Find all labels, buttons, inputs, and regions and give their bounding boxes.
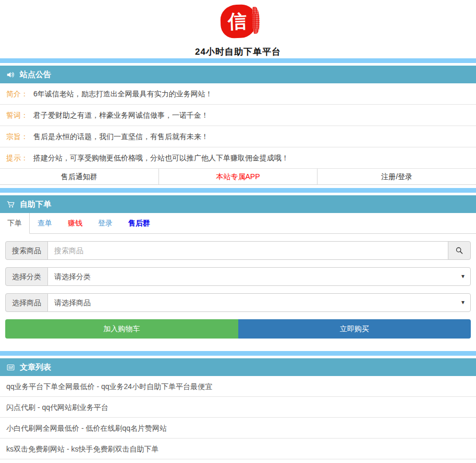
notice-label: 宗旨： bbox=[6, 132, 28, 141]
article-item[interactable]: qq业务平台下单全网最低价 - qq业务24小时自助下单平台最便宜 bbox=[0, 376, 476, 397]
divider-strip bbox=[0, 58, 476, 63]
order-form: 搜索商品 选择分类 请选择分类 ▼ 选择商品 请选择商品 ▼ bbox=[0, 234, 476, 351]
search-group: 搜索商品 bbox=[5, 241, 471, 260]
chevron-down-icon: ▼ bbox=[460, 268, 466, 285]
register-login-link[interactable]: 注册/登录 bbox=[317, 169, 476, 184]
site-app-link[interactable]: 本站专属APP bbox=[158, 169, 318, 184]
order-actions: 加入购物车 立即购买 bbox=[5, 319, 471, 339]
notice-row: 提示： 搭建分站，可享受购物更低价格哦，分站也可以推广他人下单赚取佣金提成哦！ bbox=[0, 147, 476, 169]
order-heading: 自助下单 bbox=[0, 195, 476, 213]
announcement-panel: 站点公告 简介： 6年诚信老站，励志打造出全网最具有实力的业务网站！ 誓词： 君… bbox=[0, 58, 476, 185]
order-tabs: 下单 查单 赚钱 登录 售后群 bbox=[0, 213, 476, 234]
order-heading-label: 自助下单 bbox=[20, 199, 51, 209]
article-panel: 文章列表 qq业务平台下单全网最低价 - qq业务24小时自助下单平台最便宜 闪… bbox=[0, 351, 476, 459]
speaker-icon bbox=[6, 70, 15, 79]
site-title: 24小时自助下单平台 bbox=[0, 46, 476, 58]
product-label: 选择商品 bbox=[5, 293, 48, 312]
category-group: 选择分类 请选择分类 ▼ bbox=[5, 267, 471, 286]
product-group: 选择商品 请选择商品 ▼ bbox=[5, 293, 471, 312]
tab-login[interactable]: 登录 bbox=[90, 213, 120, 233]
notice-label: 提示： bbox=[6, 154, 28, 162]
divider-strip bbox=[0, 351, 476, 356]
notice-label: 誓词： bbox=[6, 111, 28, 119]
article-heading: 文章列表 bbox=[0, 358, 476, 376]
notice-text: 售后是永恒的话题，我们一直坚信，有售后就有未来！ bbox=[33, 132, 209, 141]
announcement-heading-label: 站点公告 bbox=[20, 70, 51, 80]
notice-text: 6年诚信老站，励志打造出全网最具有实力的业务网站！ bbox=[33, 90, 213, 98]
category-selected-value: 请选择分类 bbox=[48, 268, 470, 285]
category-select[interactable]: 请选择分类 ▼ bbox=[47, 267, 471, 286]
announcement-heading: 站点公告 bbox=[0, 66, 476, 83]
add-to-cart-button[interactable]: 加入购物车 bbox=[5, 319, 238, 339]
divider-strip bbox=[0, 188, 476, 193]
category-label: 选择分类 bbox=[5, 267, 48, 286]
search-icon bbox=[455, 246, 463, 255]
cart-icon bbox=[6, 200, 15, 209]
search-input[interactable] bbox=[47, 241, 448, 260]
logo-seal-character: 信 bbox=[225, 9, 249, 33]
product-select[interactable]: 请选择商品 ▼ bbox=[47, 293, 471, 312]
tab-check-order[interactable]: 查单 bbox=[30, 213, 60, 233]
notice-text: 君子爱财助之有道，梓豪业务网诚信做事，一诺千金！ bbox=[33, 111, 209, 119]
tab-aftersale-group[interactable]: 售后群 bbox=[120, 213, 158, 233]
product-selected-value: 请选择商品 bbox=[48, 294, 470, 311]
notice-row: 简介： 6年诚信老站，励志打造出全网最具有实力的业务网站！ bbox=[0, 83, 476, 105]
notice-row: 宗旨： 售后是永恒的话题，我们一直坚信，有售后就有未来！ bbox=[0, 126, 476, 147]
chevron-down-icon: ▼ bbox=[460, 294, 466, 311]
search-button[interactable] bbox=[448, 241, 471, 260]
buy-now-button[interactable]: 立即购买 bbox=[238, 319, 471, 339]
aftersale-notify-group-link[interactable]: 售后通知群 bbox=[0, 169, 158, 184]
article-item[interactable]: 闪点代刷 - qq代网站刷业务平台 bbox=[0, 397, 476, 418]
notice-text: 搭建分站，可享受购物更低价格哦，分站也可以推广他人下单赚取佣金提成哦！ bbox=[33, 154, 289, 162]
site-logo-icon: 信 bbox=[219, 4, 256, 39]
search-label: 搜索商品 bbox=[5, 241, 48, 260]
tab-order[interactable]: 下单 bbox=[0, 213, 30, 234]
order-panel: 自助下单 下单 查单 赚钱 登录 售后群 搜索商品 选择分类 请选择分类 ▼ bbox=[0, 188, 476, 351]
notice-label: 简介： bbox=[6, 90, 28, 98]
article-item[interactable]: 小白代刷网全网最低价 - 低价在线刷qq名片赞网站 bbox=[0, 418, 476, 439]
article-item[interactable]: ks双击免费刷网站 - ks快手免费刷双击自助下单 bbox=[0, 439, 476, 459]
newspaper-icon bbox=[6, 363, 15, 372]
quick-links-row: 售后通知群 本站专属APP 注册/登录 bbox=[0, 169, 476, 185]
site-header: 信 24小时自助下单平台 bbox=[0, 0, 476, 58]
article-heading-label: 文章列表 bbox=[20, 362, 51, 372]
notice-row: 誓词： 君子爱财助之有道，梓豪业务网诚信做事，一诺千金！ bbox=[0, 105, 476, 126]
tab-earn-money[interactable]: 赚钱 bbox=[60, 213, 90, 233]
